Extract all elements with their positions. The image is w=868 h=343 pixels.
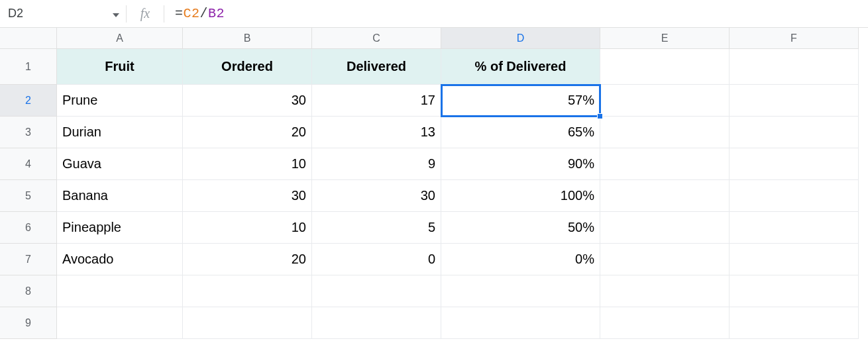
fill-handle[interactable]: [597, 113, 603, 119]
col-header-B[interactable]: B: [183, 28, 312, 49]
cell-F4[interactable]: [730, 148, 859, 180]
cell-D7[interactable]: 0%: [441, 244, 600, 275]
cell-C6[interactable]: 5: [312, 212, 441, 244]
cell-E2[interactable]: [600, 85, 730, 117]
table-row: [57, 307, 859, 339]
formula-input[interactable]: =C2/B2: [164, 6, 868, 21]
cell-value: 57%: [568, 93, 594, 108]
cell-E6[interactable]: [600, 212, 730, 244]
column-headers: A B C D E F: [57, 28, 859, 49]
table-row: Guava 10 9 90%: [57, 148, 859, 180]
name-box-dropdown[interactable]: [60, 9, 126, 19]
row-headers: 1 2 3 4 5 6 7 8 9: [0, 49, 57, 339]
cell-B7[interactable]: 20: [183, 244, 312, 275]
cell-A8[interactable]: [57, 275, 183, 307]
cell-D8[interactable]: [441, 275, 600, 307]
row-header-3[interactable]: 3: [0, 117, 57, 148]
cell-E4[interactable]: [600, 148, 730, 180]
cell-B4[interactable]: 10: [183, 148, 312, 180]
cell-B2[interactable]: 30: [183, 85, 312, 117]
cell-A4[interactable]: Guava: [57, 148, 183, 180]
cell-F2[interactable]: [730, 85, 859, 117]
row-header-4[interactable]: 4: [0, 148, 57, 180]
row-header-7[interactable]: 7: [0, 244, 57, 275]
cell-F9[interactable]: [730, 307, 859, 339]
row-header-6[interactable]: 6: [0, 212, 57, 244]
name-box[interactable]: D2: [0, 7, 60, 21]
row-header-8[interactable]: 8: [0, 275, 57, 307]
formula-ref2: B2: [208, 6, 225, 21]
cell-D2[interactable]: 57%: [441, 85, 600, 117]
cell-D4[interactable]: 90%: [441, 148, 600, 180]
cell-A5[interactable]: Banana: [57, 180, 183, 212]
cell-D6[interactable]: 50%: [441, 212, 600, 244]
cell-F5[interactable]: [730, 180, 859, 212]
cell-F6[interactable]: [730, 212, 859, 244]
cell-F1[interactable]: [730, 49, 859, 85]
row-header-1[interactable]: 1: [0, 49, 57, 85]
cell-C2[interactable]: 17: [312, 85, 441, 117]
table-row: [57, 275, 859, 307]
cell-D5[interactable]: 100%: [441, 180, 600, 212]
select-all-corner[interactable]: [0, 28, 57, 49]
cell-C7[interactable]: 0: [312, 244, 441, 275]
cells: Fruit Ordered Delivered % of Delivered P…: [57, 49, 859, 339]
cell-B1[interactable]: Ordered: [183, 49, 312, 85]
cell-D3[interactable]: 65%: [441, 117, 600, 148]
col-header-C[interactable]: C: [312, 28, 441, 49]
cell-D9[interactable]: [441, 307, 600, 339]
cell-C9[interactable]: [312, 307, 441, 339]
cell-C1[interactable]: Delivered: [312, 49, 441, 85]
formula-eq: =: [175, 6, 184, 21]
cell-E3[interactable]: [600, 117, 730, 148]
cell-A6[interactable]: Pineapple: [57, 212, 183, 244]
cell-A9[interactable]: [57, 307, 183, 339]
cell-E9[interactable]: [600, 307, 730, 339]
table-row: Banana 30 30 100%: [57, 180, 859, 212]
table-row: Avocado 20 0 0%: [57, 244, 859, 275]
cell-C5[interactable]: 30: [312, 180, 441, 212]
cell-E1[interactable]: [600, 49, 730, 85]
cell-F3[interactable]: [730, 117, 859, 148]
cell-A1[interactable]: Fruit: [57, 49, 183, 85]
cell-B3[interactable]: 20: [183, 117, 312, 148]
cell-C4[interactable]: 9: [312, 148, 441, 180]
table-row: Pineapple 10 5 50%: [57, 212, 859, 244]
row-header-2[interactable]: 2: [0, 85, 57, 117]
col-header-F[interactable]: F: [730, 28, 859, 49]
cell-B8[interactable]: [183, 275, 312, 307]
cell-C8[interactable]: [312, 275, 441, 307]
cell-B5[interactable]: 30: [183, 180, 312, 212]
table-row: Prune 30 17 57%: [57, 85, 859, 117]
formula-ref1: C2: [184, 6, 200, 21]
cell-E5[interactable]: [600, 180, 730, 212]
chevron-down-icon: [113, 9, 119, 19]
cell-A2[interactable]: Prune: [57, 85, 183, 117]
col-header-E[interactable]: E: [600, 28, 730, 49]
row-header-5[interactable]: 5: [0, 180, 57, 212]
cell-A3[interactable]: Durian: [57, 117, 183, 148]
formula-op: /: [200, 6, 209, 21]
table-row: Fruit Ordered Delivered % of Delivered: [57, 49, 859, 85]
cell-F7[interactable]: [730, 244, 859, 275]
row-header-9[interactable]: 9: [0, 307, 57, 339]
col-header-A[interactable]: A: [57, 28, 183, 49]
col-header-D[interactable]: D: [441, 28, 600, 49]
fx-icon: fx: [127, 6, 164, 21]
cell-B6[interactable]: 10: [183, 212, 312, 244]
cell-D1[interactable]: % of Delivered: [441, 49, 600, 85]
cell-B9[interactable]: [183, 307, 312, 339]
cell-C3[interactable]: 13: [312, 117, 441, 148]
cell-E7[interactable]: [600, 244, 730, 275]
cell-E8[interactable]: [600, 275, 730, 307]
table-row: Durian 20 13 65%: [57, 117, 859, 148]
cell-A7[interactable]: Avocado: [57, 244, 183, 275]
formula-bar: D2 fx =C2/B2: [0, 0, 868, 28]
cell-F8[interactable]: [730, 275, 859, 307]
